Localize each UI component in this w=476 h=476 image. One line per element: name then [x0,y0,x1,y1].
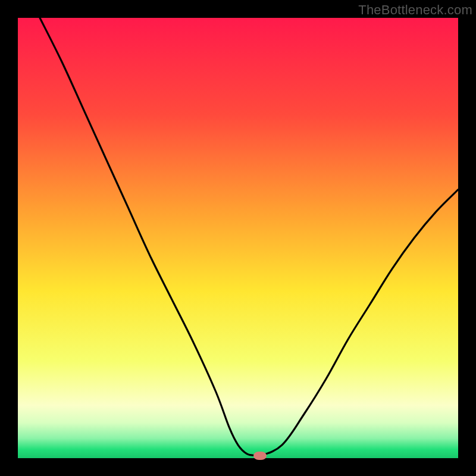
chart-svg [18,18,458,458]
background-gradient [18,18,458,458]
chart-frame: TheBottleneck.com [0,0,476,476]
watermark-text: TheBottleneck.com [358,2,472,18]
plot-area [18,18,458,458]
optimum-marker [253,452,267,460]
